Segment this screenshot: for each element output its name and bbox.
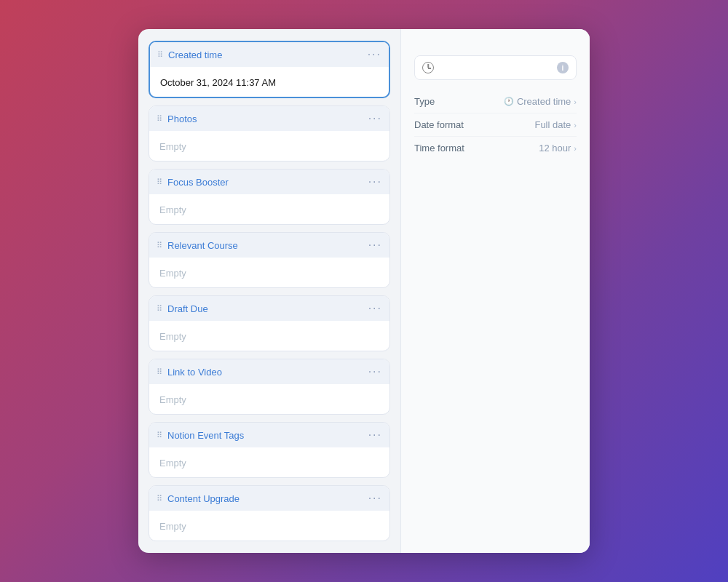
field-empty-relevant-course: Empty: [159, 268, 186, 279]
field-label-draft-due: Draft Due: [167, 303, 208, 314]
attr-label-time-format: Time format: [414, 143, 464, 154]
field-empty-content-upgrade: Empty: [159, 521, 186, 532]
field-body-notion-event-tags[interactable]: Empty: [149, 447, 389, 478]
field-block-notion-event-tags[interactable]: ⠿Notion Event Tags···Empty: [149, 422, 390, 478]
drag-handle-icon: ⠿: [157, 431, 163, 440]
chevron-right-icon: ›: [574, 121, 577, 129]
drag-handle-icon: ⠿: [157, 241, 163, 250]
field-body-focus-booster[interactable]: Empty: [149, 194, 389, 225]
field-header-notion-event-tags: ⠿Notion Event Tags···: [149, 423, 389, 447]
drag-handle-icon: ⠿: [157, 178, 163, 187]
more-menu-icon-link-to-video[interactable]: ···: [368, 365, 382, 378]
field-block-photos[interactable]: ⠿Photos···Empty: [149, 105, 390, 162]
field-body-photos[interactable]: Empty: [149, 131, 389, 162]
field-block-focus-booster[interactable]: ⠿Focus Booster···Empty: [149, 169, 390, 225]
field-block-relevant-course[interactable]: ⠿Relevant Course···Empty: [149, 232, 390, 288]
more-menu-icon-content-upgrade[interactable]: ···: [368, 492, 382, 505]
field-header-draft-due: ⠿Draft Due···: [149, 296, 389, 321]
more-menu-icon-photos[interactable]: ···: [368, 112, 382, 125]
field-empty-draft-due: Empty: [159, 331, 186, 342]
attr-row-time-format[interactable]: Time format12 hour›: [414, 137, 577, 159]
attr-label-type: Type: [414, 96, 435, 107]
right-panel: i Type🕐Created time›Date formatFull date…: [400, 29, 590, 553]
attr-row-type[interactable]: Type🕐Created time›: [414, 90, 577, 113]
field-block-content-upgrade[interactable]: ⠿Content Upgrade···Empty: [149, 485, 390, 541]
more-menu-icon-relevant-course[interactable]: ···: [368, 239, 382, 252]
created-time-type-icon: 🕐: [504, 97, 514, 106]
field-label-notion-event-tags: Notion Event Tags: [167, 430, 244, 441]
left-column: ⠿Created time···October 31, 2024 11:37 A…: [138, 29, 400, 553]
field-header-photos: ⠿Photos···: [149, 106, 389, 131]
field-header-relevant-course: ⠿Relevant Course···: [149, 233, 389, 258]
attr-label-date-format: Date format: [414, 119, 464, 130]
field-header-focus-booster: ⠿Focus Booster···: [149, 170, 389, 194]
drag-handle-icon: ⠿: [157, 367, 163, 377]
info-icon[interactable]: i: [557, 62, 569, 73]
attr-value-date-format[interactable]: Full date›: [534, 119, 577, 130]
field-label-focus-booster: Focus Booster: [167, 177, 229, 188]
field-body-created-time[interactable]: October 31, 2024 11:37 AM: [150, 67, 389, 98]
field-value-created-time: October 31, 2024 11:37 AM: [160, 77, 276, 88]
field-label-photos: Photos: [167, 113, 197, 124]
drag-handle-icon: ⠿: [157, 114, 163, 124]
field-body-content-upgrade[interactable]: Empty: [149, 511, 389, 541]
field-block-draft-due[interactable]: ⠿Draft Due···Empty: [149, 295, 390, 351]
field-label-created-time: Created time: [168, 49, 222, 60]
drag-handle-icon: ⠿: [157, 50, 164, 60]
field-label-content-upgrade: Content Upgrade: [167, 493, 240, 504]
more-menu-icon-focus-booster[interactable]: ···: [368, 175, 382, 188]
field-body-relevant-course[interactable]: Empty: [149, 258, 389, 288]
more-menu-icon-created-time[interactable]: ···: [368, 48, 381, 61]
chevron-right-icon: ›: [574, 144, 577, 153]
attributes-list: Type🕐Created time›Date formatFull date›T…: [414, 90, 577, 159]
attr-value-text-date-format: Full date: [534, 119, 571, 130]
clock-icon: [422, 62, 434, 73]
attr-value-text-type: Created time: [517, 96, 571, 107]
chevron-right-icon: ›: [574, 97, 577, 106]
field-empty-focus-booster: Empty: [159, 204, 186, 215]
drag-handle-icon: ⠿: [157, 494, 163, 503]
field-block-created-time[interactable]: ⠿Created time···October 31, 2024 11:37 A…: [149, 41, 390, 98]
field-body-draft-due[interactable]: Empty: [149, 321, 389, 351]
attr-value-time-format[interactable]: 12 hour›: [539, 143, 577, 154]
more-menu-icon-notion-event-tags[interactable]: ···: [368, 428, 382, 442]
field-label-relevant-course: Relevant Course: [167, 240, 238, 251]
attr-row-date-format[interactable]: Date formatFull date›: [414, 113, 577, 137]
attr-value-text-time-format: 12 hour: [539, 143, 571, 154]
attr-value-type[interactable]: 🕐Created time›: [504, 96, 577, 107]
field-empty-link-to-video: Empty: [159, 394, 186, 405]
property-name-row[interactable]: i: [414, 55, 577, 80]
more-menu-icon-draft-due[interactable]: ···: [368, 302, 382, 315]
main-panel: ⠿Created time···October 31, 2024 11:37 A…: [138, 29, 590, 553]
drag-handle-icon: ⠿: [157, 304, 163, 314]
field-body-link-to-video[interactable]: Empty: [149, 384, 389, 415]
field-header-link-to-video: ⠿Link to Video···: [149, 359, 389, 384]
field-header-created-time: ⠿Created time···: [150, 42, 389, 67]
field-block-link-to-video[interactable]: ⠿Link to Video···Empty: [149, 359, 390, 415]
field-empty-photos: Empty: [159, 141, 186, 152]
field-empty-notion-event-tags: Empty: [159, 458, 186, 469]
field-label-link-to-video: Link to Video: [167, 367, 222, 378]
field-header-content-upgrade: ⠿Content Upgrade···: [149, 486, 389, 511]
